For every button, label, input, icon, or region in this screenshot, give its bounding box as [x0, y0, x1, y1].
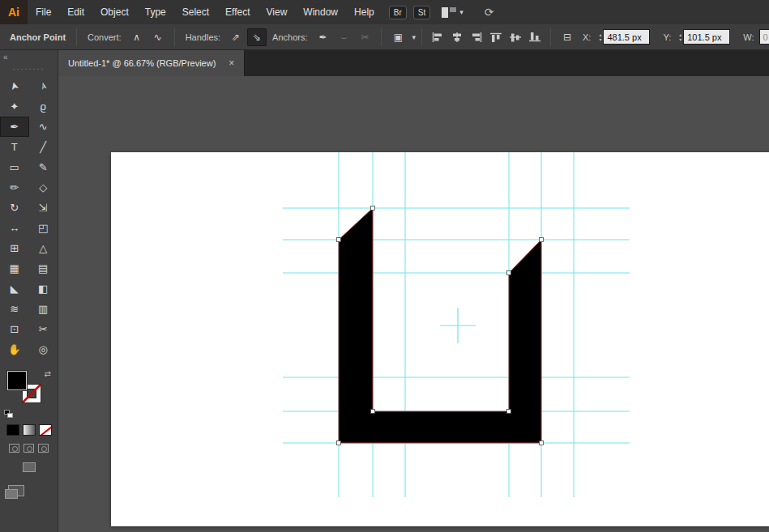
align-horizontal-left-button[interactable]: [429, 28, 446, 46]
cut-path-button[interactable]: ✂: [355, 28, 374, 46]
collapse-panel-icon[interactable]: «: [3, 53, 8, 62]
mesh-tool[interactable]: ▦: [0, 258, 29, 279]
anchor-point[interactable]: [371, 410, 375, 414]
anchor-point[interactable]: [540, 441, 544, 445]
remove-anchor-button[interactable]: ✒: [313, 28, 332, 46]
width-tool[interactable]: ↔: [0, 218, 29, 238]
width-group: W: 0 px: [738, 29, 769, 45]
paintbrush-tool[interactable]: ✎: [29, 157, 58, 177]
menu-window[interactable]: Window: [295, 0, 346, 24]
free-transform-tool-icon: ◰: [38, 222, 48, 234]
workspace-switcher[interactable]: ▾: [442, 7, 464, 18]
pen-tool[interactable]: ✒: [0, 117, 29, 137]
artboard[interactable]: [111, 152, 769, 526]
draw-behind-button[interactable]: [23, 444, 34, 453]
anchor-point[interactable]: [337, 238, 341, 242]
color-mode-button[interactable]: [6, 424, 19, 436]
x-stepper[interactable]: ▴▾: [599, 32, 601, 42]
shape-builder-tool[interactable]: ⊞: [0, 238, 29, 258]
fill-color-swatch[interactable]: [7, 371, 27, 390]
isolate-object-button[interactable]: ▣ ▾: [387, 28, 416, 46]
none-mode-button[interactable]: [39, 424, 52, 436]
menu-view[interactable]: View: [258, 0, 296, 24]
convert-to-corner-button[interactable]: ∧: [127, 28, 147, 46]
w-input[interactable]: 0 px: [759, 29, 769, 45]
symbol-sprayer-tool[interactable]: ≋: [0, 299, 29, 319]
hand-tool[interactable]: ✋: [0, 339, 29, 360]
menu-items: FileEditObjectTypeSelectEffectViewWindow…: [28, 0, 382, 24]
column-graph-tool[interactable]: ▥: [29, 299, 58, 319]
hide-handles-button[interactable]: ⇘: [247, 28, 267, 46]
y-stepper[interactable]: ▴▾: [679, 32, 681, 42]
direct-selection-tool[interactable]: ➢: [29, 76, 58, 96]
draw-inside-button[interactable]: [38, 444, 49, 453]
artboard-tool[interactable]: ⊡: [0, 319, 29, 339]
magic-wand-tool[interactable]: ✦: [0, 96, 29, 117]
panel-extra-row: [0, 485, 58, 496]
blend-tool[interactable]: ◧: [29, 279, 58, 299]
app-logo-icon[interactable]: Ai: [0, 0, 28, 24]
rotate-tool[interactable]: ↻: [0, 198, 29, 218]
type-tool[interactable]: T: [0, 137, 29, 157]
menu-type[interactable]: Type: [137, 0, 174, 24]
direct-selection-tool-icon: ➢: [36, 80, 50, 92]
edit-toolbar-icon[interactable]: [8, 485, 24, 496]
curvature-tool[interactable]: ∿: [29, 117, 58, 137]
menu-object[interactable]: Object: [92, 0, 137, 24]
stock-button[interactable]: St: [413, 6, 430, 19]
anchor-point[interactable]: [507, 410, 511, 414]
pencil-tool-icon: ✏: [10, 181, 19, 194]
gradient-mode-button[interactable]: [23, 424, 36, 436]
draw-normal-button[interactable]: [9, 444, 19, 453]
default-fill-stroke-icon[interactable]: [4, 410, 14, 418]
menu-file[interactable]: File: [28, 0, 59, 24]
convert-to-smooth-button[interactable]: ∿: [148, 28, 168, 46]
y-input[interactable]: 101.5 px: [683, 29, 730, 45]
anchor-point[interactable]: [337, 441, 341, 445]
distribute-spacing-button[interactable]: ⊟: [558, 28, 577, 46]
menu-edit[interactable]: Edit: [59, 0, 92, 24]
menu-select[interactable]: Select: [174, 0, 217, 24]
change-screen-mode-button[interactable]: [23, 462, 36, 472]
perspective-grid-tool[interactable]: △: [29, 238, 58, 258]
symbol-sprayer-tool-icon: ≋: [10, 303, 19, 315]
document-tab[interactable]: Untitled-1* @ 66.67% (RGB/Preview) ×: [58, 50, 245, 76]
lasso-tool[interactable]: ϱ: [29, 96, 58, 117]
zoom-tool[interactable]: ◎: [29, 339, 58, 360]
slice-tool[interactable]: ✂: [29, 319, 58, 339]
show-handles-button[interactable]: ⇗: [226, 28, 246, 46]
eraser-tool[interactable]: ◇: [29, 177, 58, 198]
scale-tool[interactable]: ⇲: [29, 198, 58, 218]
align-horizontal-right-button[interactable]: [468, 28, 485, 46]
divider: [76, 28, 77, 46]
panel-grip[interactable]: ········: [0, 65, 58, 73]
free-transform-tool[interactable]: ◰: [29, 218, 58, 238]
close-icon[interactable]: ×: [229, 57, 234, 69]
x-input[interactable]: 481.5 px: [603, 29, 650, 45]
selection-tool[interactable]: ➤: [0, 76, 29, 96]
bridge-button[interactable]: Br: [389, 6, 407, 19]
sync-icon[interactable]: ⟳: [485, 6, 494, 19]
align-horizontal-center-button[interactable]: [448, 28, 466, 46]
x-label: X:: [583, 32, 591, 42]
pencil-tool[interactable]: ✏: [0, 177, 29, 198]
menu-help[interactable]: Help: [346, 0, 382, 24]
gradient-tool[interactable]: ▤: [29, 258, 58, 279]
align-vertical-center-button[interactable]: [506, 28, 524, 46]
connect-anchors-button[interactable]: ⌣: [334, 28, 353, 46]
curvature-tool-icon: ∿: [39, 121, 48, 133]
swap-fill-stroke-icon[interactable]: ⇄: [45, 369, 51, 378]
rectangle-tool[interactable]: ▭: [0, 157, 29, 177]
align-vertical-bottom-button[interactable]: [526, 28, 544, 46]
line-segment-tool[interactable]: ╱: [29, 137, 58, 157]
anchor-point[interactable]: [371, 206, 375, 211]
align-vertical-top-button[interactable]: [487, 28, 505, 46]
anchor-point[interactable]: [507, 271, 511, 275]
document-tab-title: Untitled-1* @ 66.67% (RGB/Preview): [68, 58, 216, 68]
menu-effect[interactable]: Effect: [217, 0, 258, 24]
workspace-icon: [442, 7, 456, 18]
canvas-area[interactable]: [58, 76, 769, 532]
artboard-svg[interactable]: [111, 152, 769, 526]
eyedropper-tool[interactable]: ◣: [0, 279, 29, 299]
anchor-point[interactable]: [540, 238, 544, 242]
